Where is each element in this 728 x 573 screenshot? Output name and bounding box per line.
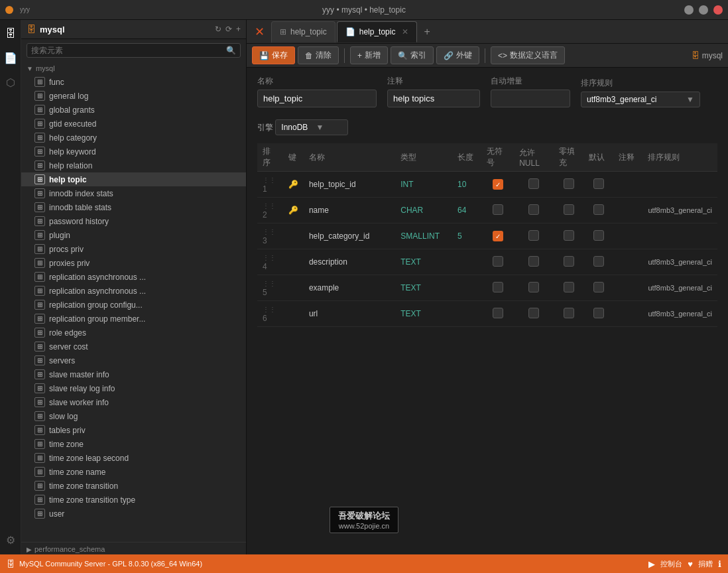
table-row[interactable]: ⋮⋮ 6 url TEXT utf8mb3_general_ci (257, 301, 717, 327)
table-row[interactable]: ⋮⋮ 3 help_category_id SMALLINT 5 ✓ (257, 223, 717, 249)
sidebar-item-26[interactable]: ⊞ time zone (21, 437, 246, 451)
null-checkbox-off[interactable] (528, 282, 539, 292)
sidebar-item-31[interactable]: ⊞ user (21, 507, 246, 521)
name-input[interactable] (257, 90, 377, 107)
sidebar-item-18[interactable]: ⊞ role edges (21, 326, 246, 340)
sidebar-item-9[interactable]: ⊞ innodb table stats (21, 200, 246, 214)
close-button[interactable] (713, 5, 723, 15)
heart-icon[interactable]: ♥ (688, 559, 693, 569)
query-icon[interactable]: 📄 (1, 49, 20, 67)
zerofill-checkbox-off[interactable] (564, 308, 574, 318)
sidebar-item-17[interactable]: ⊞ replication group member... (21, 312, 246, 326)
collation-select[interactable]: utf8mb3_general_ci ▼ (581, 92, 700, 107)
table-row[interactable]: ⋮⋮ 4 description TEXT utf8mb3_general_ci (257, 249, 717, 275)
mysql-section[interactable]: ▼ mysql (21, 62, 246, 74)
refresh-icon[interactable]: ↻ (215, 25, 221, 34)
sidebar-item-13[interactable]: ⊞ proxies priv (21, 256, 246, 270)
unsigned-checkbox-off[interactable] (493, 282, 503, 292)
sidebar-item-21[interactable]: ⊞ slave master info (21, 367, 246, 381)
sidebar-item-6[interactable]: ⊞ help relation (21, 159, 246, 172)
unsigned-checkbox-off[interactable] (493, 308, 503, 318)
sidebar-item-20[interactable]: ⊞ servers (21, 353, 246, 367)
add-tab-button[interactable]: + (418, 26, 435, 38)
unsigned-checkbox-on[interactable]: ✓ (493, 179, 503, 190)
minimize-button[interactable] (684, 5, 694, 15)
drag-handle[interactable]: ⋮⋮ (263, 176, 276, 184)
sidebar-item-15[interactable]: ⊞ replication asynchronous ... (21, 284, 246, 298)
sidebar-item-22[interactable]: ⊞ slave relay log info (21, 381, 246, 395)
tab-0[interactable]: ⊞ help_topic (271, 21, 335, 42)
info-icon[interactable]: ℹ (718, 559, 721, 569)
fk-button[interactable]: 🔗 外键 (436, 46, 479, 64)
zerofill-checkbox-off[interactable] (564, 204, 574, 215)
clear-button[interactable]: 🗑 清除 (298, 46, 339, 64)
auto-inc-input[interactable] (491, 90, 570, 107)
search-input[interactable] (31, 46, 226, 55)
sidebar-item-11[interactable]: ⊞ plugin (21, 228, 246, 242)
model-icon[interactable]: ⬡ (3, 74, 18, 92)
zerofill-checkbox-off[interactable] (564, 230, 574, 241)
table-row[interactable]: ⋮⋮ 5 example TEXT utf8mb3_general_ci (257, 275, 717, 301)
drag-handle[interactable]: ⋮⋮ (263, 202, 276, 210)
unsigned-checkbox-off[interactable] (493, 256, 503, 267)
sidebar-item-28[interactable]: ⊞ time zone name (21, 465, 246, 479)
default-checkbox[interactable] (593, 204, 604, 215)
console-icon[interactable]: ▶ (648, 559, 655, 569)
zerofill-checkbox-off[interactable] (564, 282, 574, 292)
tab-1-close[interactable]: ✕ (402, 27, 408, 36)
table-row[interactable]: ⋮⋮ 1 🔑 help_topic_id INT 10 ✓ (257, 172, 717, 198)
database-icon[interactable]: 🗄 (3, 25, 19, 42)
tab-1[interactable]: 📄 help_topic ✕ (337, 21, 418, 42)
sidebar-item-19[interactable]: ⊞ server cost (21, 340, 246, 353)
null-checkbox-off[interactable] (528, 308, 539, 318)
drag-handle[interactable]: ⋮⋮ (263, 254, 276, 261)
sidebar-item-24[interactable]: ⊞ slow log (21, 409, 246, 423)
drag-handle[interactable]: ⋮⋮ (263, 280, 276, 287)
connect-icon[interactable]: ⟳ (225, 25, 232, 34)
perf-schema-section[interactable]: ▶ performance_schema (21, 542, 246, 554)
comment-input[interactable] (387, 90, 480, 107)
null-checkbox-off[interactable] (528, 178, 539, 189)
zerofill-checkbox-off[interactable] (564, 178, 574, 189)
sidebar-item-29[interactable]: ⊞ time zone transition (21, 479, 246, 493)
sidebar-item-23[interactable]: ⊞ slave worker info (21, 395, 246, 409)
donate-label[interactable]: 捐赠 (698, 559, 713, 569)
index-button[interactable]: 🔍 索引 (391, 46, 434, 64)
zerofill-checkbox-off[interactable] (564, 256, 574, 267)
null-checkbox-off[interactable] (528, 256, 539, 267)
unsigned-checkbox-on[interactable]: ✓ (493, 231, 503, 241)
add-button[interactable]: + 新增 (350, 46, 388, 64)
ddl-button[interactable]: <> 数据定义语言 (491, 46, 565, 64)
wrench-icon[interactable]: ✕ (249, 25, 270, 39)
drag-handle[interactable]: ⋮⋮ (263, 228, 276, 235)
sidebar-item-12[interactable]: ⊞ procs priv (21, 242, 246, 256)
console-label[interactable]: 控制台 (660, 559, 682, 569)
sidebar-item-27[interactable]: ⊞ time zone leap second (21, 451, 246, 465)
sidebar-item-25[interactable]: ⊞ tables priv (21, 423, 246, 437)
sidebar-item-3[interactable]: ⊞ gtid executed (21, 117, 246, 131)
sidebar-item-30[interactable]: ⊞ time zone transition type (21, 493, 246, 507)
maximize-button[interactable] (699, 5, 708, 15)
sidebar-item-5[interactable]: ⊞ help keyword (21, 145, 246, 159)
sidebar-item-8[interactable]: ⊞ innodb index stats (21, 186, 246, 200)
default-checkbox[interactable] (593, 308, 604, 318)
sidebar-item-16[interactable]: ⊞ replication group configu... (21, 298, 246, 312)
table-row[interactable]: ⋮⋮ 2 🔑 name CHAR 64 utf8mb3_general_ci (257, 198, 717, 223)
unsigned-checkbox-off[interactable] (493, 204, 503, 215)
null-checkbox-off[interactable] (528, 230, 539, 241)
default-checkbox[interactable] (593, 230, 604, 241)
default-checkbox[interactable] (593, 256, 604, 267)
sidebar-item-7[interactable]: ⊞ help topic (21, 172, 246, 186)
settings-icon[interactable]: ⚙ (3, 531, 18, 549)
sidebar-item-2[interactable]: ⊞ global grants (21, 103, 246, 117)
null-checkbox-off[interactable] (528, 204, 539, 215)
save-button[interactable]: 💾 保存 (252, 46, 295, 64)
default-checkbox[interactable] (593, 282, 604, 292)
sidebar-item-1[interactable]: ⊞ general log (21, 89, 246, 103)
engine-select[interactable]: InnoDB ▼ (275, 119, 348, 135)
search-box[interactable]: 🔍 (27, 43, 241, 58)
sidebar-item-14[interactable]: ⊞ replication asynchronous ... (21, 270, 246, 284)
default-checkbox[interactable] (593, 178, 604, 189)
plus-icon[interactable]: + (236, 25, 241, 34)
drag-handle[interactable]: ⋮⋮ (263, 306, 276, 313)
